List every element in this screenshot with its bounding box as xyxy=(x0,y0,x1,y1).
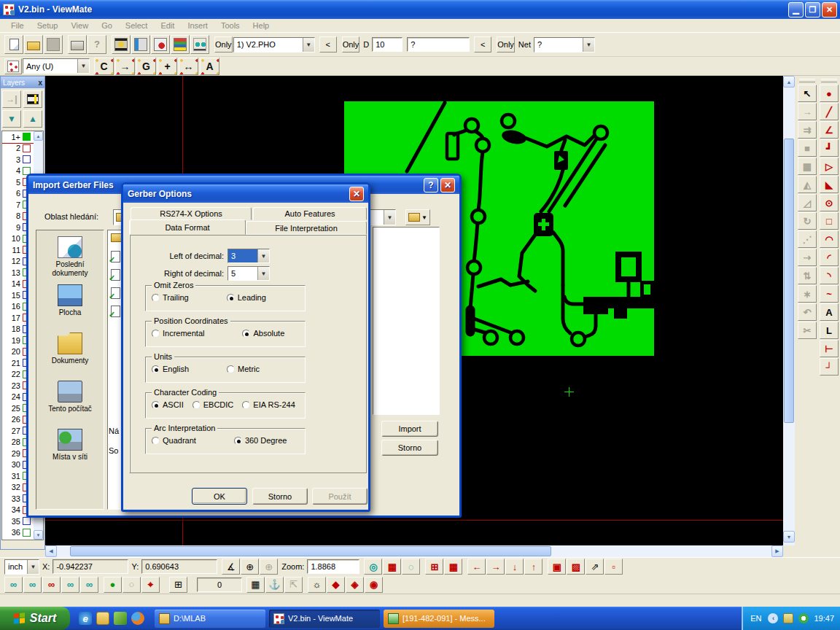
dcode-a-button[interactable]: A xyxy=(200,58,219,75)
cancel-button[interactable]: Storno xyxy=(381,440,438,456)
select-tool[interactable]: ↖ xyxy=(798,85,817,102)
cancel-button[interactable]: Storno xyxy=(252,488,308,505)
layer-row-2[interactable]: 2 xyxy=(2,143,34,155)
chevron-down-icon[interactable]: ▼ xyxy=(257,249,269,262)
radio-leading[interactable]: Leading xyxy=(227,293,266,302)
pad-pattern3-icon[interactable]: ◉ xyxy=(365,577,383,593)
fill-solid-tool[interactable]: ■ xyxy=(798,139,817,157)
replace-dcode-tool[interactable]: → xyxy=(798,103,817,120)
place-posledn-dokumenty[interactable]: Poslední dokumenty xyxy=(37,236,103,284)
snap-grid-icon[interactable]: ▦ xyxy=(246,577,265,593)
layer-insert-button[interactable]: →| xyxy=(2,90,21,108)
close-button[interactable]: ✕ xyxy=(440,178,455,192)
draw-curve-tool[interactable]: ◜ xyxy=(820,249,839,266)
menu-setup[interactable]: Setup xyxy=(31,20,65,31)
anchor-icon[interactable]: ⚓ xyxy=(265,577,284,593)
dcode-view-button[interactable] xyxy=(151,35,170,54)
view-dcodes-icon[interactable]: ∞ xyxy=(4,577,23,593)
tray-status-icon[interactable] xyxy=(798,613,809,623)
origin-icon[interactable]: ⊕ xyxy=(241,559,259,575)
zoom-grid-icon[interactable]: ▦ xyxy=(383,559,401,575)
scroll-right-icon[interactable]: ▶ xyxy=(771,545,783,557)
highlight-on-icon[interactable]: ● xyxy=(104,577,122,593)
selected-files-list[interactable] xyxy=(373,227,440,415)
vscroll-thumb[interactable] xyxy=(784,139,794,423)
draw-text-tool[interactable]: A xyxy=(820,303,839,321)
layer-row-36[interactable]: 36 xyxy=(2,527,34,539)
pad-pattern2-icon[interactable]: ◈ xyxy=(346,577,364,593)
internet-explorer-icon[interactable]: e xyxy=(79,612,92,625)
firefox-icon[interactable] xyxy=(131,612,144,625)
new-button[interactable] xyxy=(4,35,23,54)
tray-clipboard-icon[interactable] xyxy=(783,613,793,623)
close-icon[interactable]: x xyxy=(38,79,42,87)
layer-color-swatch[interactable] xyxy=(23,144,31,152)
place-dokumenty[interactable]: Dokumenty xyxy=(37,332,103,381)
start-button[interactable]: Start xyxy=(0,607,70,630)
radio-360-degree[interactable]: 360 Degree xyxy=(234,436,287,445)
left-of-decimal-combo[interactable]: 3 ▼ xyxy=(228,249,270,263)
draw-polyline-tool[interactable]: ∠ xyxy=(820,121,839,139)
only-dcode-button[interactable]: Only xyxy=(342,36,360,52)
print-button[interactable] xyxy=(68,35,87,54)
layer-row-3[interactable]: 3 xyxy=(2,154,34,166)
scroll-up-icon[interactable]: ▲ xyxy=(34,131,43,141)
draw-ellipse-tool[interactable]: ◝ xyxy=(820,267,839,284)
menu-go[interactable]: Go xyxy=(95,20,119,31)
close-button[interactable]: ✕ xyxy=(349,187,364,201)
menu-select[interactable]: Select xyxy=(119,20,155,31)
fill-pattern-tool[interactable]: ▦ xyxy=(798,158,817,175)
place-m-sta-v-s-ti[interactable]: Místa v síti xyxy=(37,429,103,477)
dialog-titlebar[interactable]: Gerber Options ✕ xyxy=(123,184,368,203)
radio-quadrant[interactable]: Quadrant xyxy=(152,436,196,445)
nudge-tool[interactable]: ⇅ xyxy=(798,267,817,284)
place-plocha[interactable]: Plocha xyxy=(37,284,103,332)
hscroll-thumb[interactable] xyxy=(70,546,551,556)
view-solder-icon[interactable]: ∞ xyxy=(42,577,61,593)
tools-view-button[interactable] xyxy=(131,35,150,54)
view-menu-button[interactable]: ▼ xyxy=(405,209,430,225)
toolbar-grip[interactable] xyxy=(799,79,815,82)
tab-file-interpretation[interactable]: File Interpretation xyxy=(246,221,367,235)
chevron-down-icon[interactable]: ▼ xyxy=(583,38,594,52)
dcode-g-button[interactable]: G xyxy=(136,58,156,75)
pan-up-icon[interactable]: ↑ xyxy=(524,559,542,575)
menu-insert[interactable]: Insert xyxy=(181,20,214,31)
scroll-left-icon[interactable]: ◀ xyxy=(45,545,57,557)
draw-arc-tool[interactable]: ◠ xyxy=(820,230,839,248)
radio-metric[interactable]: Metric xyxy=(227,365,260,373)
draw-rectangle-tool[interactable]: □ xyxy=(820,212,839,230)
chevron-down-icon[interactable]: ▼ xyxy=(303,38,314,52)
inspect-button[interactable] xyxy=(190,35,209,54)
only-net-button[interactable]: Only xyxy=(497,36,515,52)
menu-file[interactable]: File xyxy=(4,20,31,31)
layer-up-button[interactable]: ▲ xyxy=(23,110,42,128)
prev-dcode-button[interactable]: < xyxy=(474,36,491,52)
dcode-filter-button[interactable] xyxy=(4,58,22,74)
radio-eia-rs-244[interactable]: EIA RS-244 xyxy=(242,400,295,409)
taskbar-task-mlab[interactable]: D:\MLAB xyxy=(155,610,265,628)
snip-tool[interactable]: ✂ xyxy=(798,322,817,339)
layer-color-swatch[interactable] xyxy=(23,529,31,537)
checked-file-icon[interactable] xyxy=(111,251,120,262)
dcode-plus-button[interactable]: + xyxy=(158,58,177,75)
tab-auto-features[interactable]: Auto Features xyxy=(253,207,367,220)
chevron-down-icon[interactable]: ▼ xyxy=(384,210,395,225)
draw-corner-tool[interactable]: ┛ xyxy=(820,139,839,157)
ok-button[interactable]: OK xyxy=(192,488,247,505)
dcode-type-combo[interactable]: Any (U) ▼ xyxy=(23,58,90,74)
import-button[interactable]: Import xyxy=(381,421,438,437)
view-layers-icon[interactable]: ∞ xyxy=(23,577,42,593)
undo-tool[interactable]: ↶ xyxy=(798,303,817,321)
copy-dcode-tool[interactable]: ⇉ xyxy=(798,121,817,139)
radio-incremental[interactable]: Incremental xyxy=(152,329,204,338)
zoom-selection-icon[interactable]: ▨ xyxy=(567,559,585,575)
view-pads-icon[interactable]: ∞ xyxy=(80,577,98,593)
tab-rs274x-options[interactable]: RS274-X Options xyxy=(131,207,252,220)
draw-triangle-tool[interactable]: ◣ xyxy=(820,176,839,193)
dcode-c-button[interactable]: C xyxy=(94,58,114,75)
draw-label-tool[interactable]: L xyxy=(820,322,839,339)
tab-data-format[interactable]: Data Format xyxy=(129,219,246,235)
stretch-window-icon[interactable]: ⇗ xyxy=(586,559,604,575)
dcode-arrow-button[interactable]: → xyxy=(115,58,135,75)
